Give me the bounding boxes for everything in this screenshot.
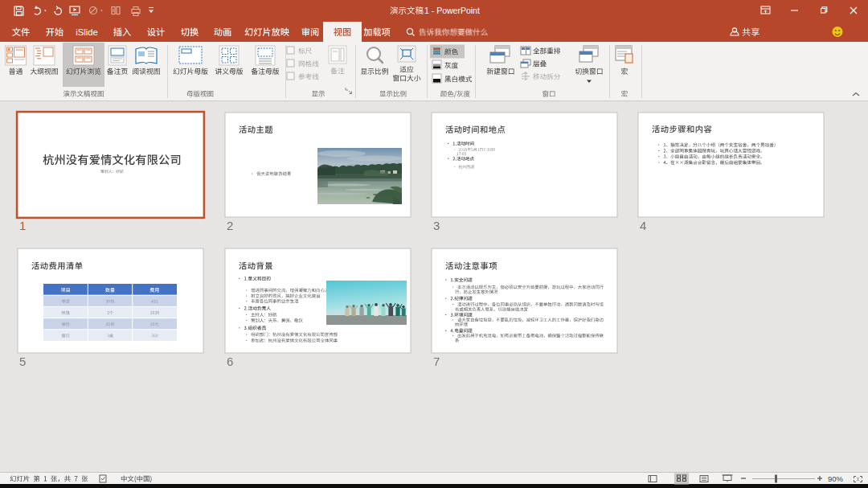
svg-text:3: 3 bbox=[433, 219, 440, 232]
svg-text:5: 5 bbox=[19, 355, 26, 368]
svg-text:90%: 90% bbox=[828, 474, 844, 483]
svg-text:6: 6 bbox=[227, 355, 233, 368]
svg-text:7: 7 bbox=[433, 355, 440, 368]
svg-text:4: 4 bbox=[640, 219, 646, 232]
svg-text:2: 2 bbox=[227, 219, 233, 232]
svg-text:1: 1 bbox=[19, 219, 26, 232]
svg-text:1 - PowerPoint: 1 - PowerPoint bbox=[424, 6, 480, 15]
svg-text:iSlide: iSlide bbox=[76, 27, 97, 37]
